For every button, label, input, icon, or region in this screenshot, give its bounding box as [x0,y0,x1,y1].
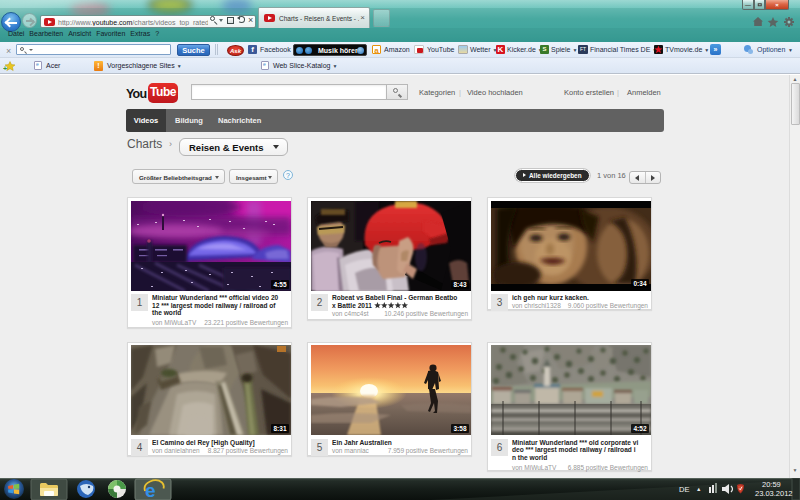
svg-text:+: + [3,65,7,72]
